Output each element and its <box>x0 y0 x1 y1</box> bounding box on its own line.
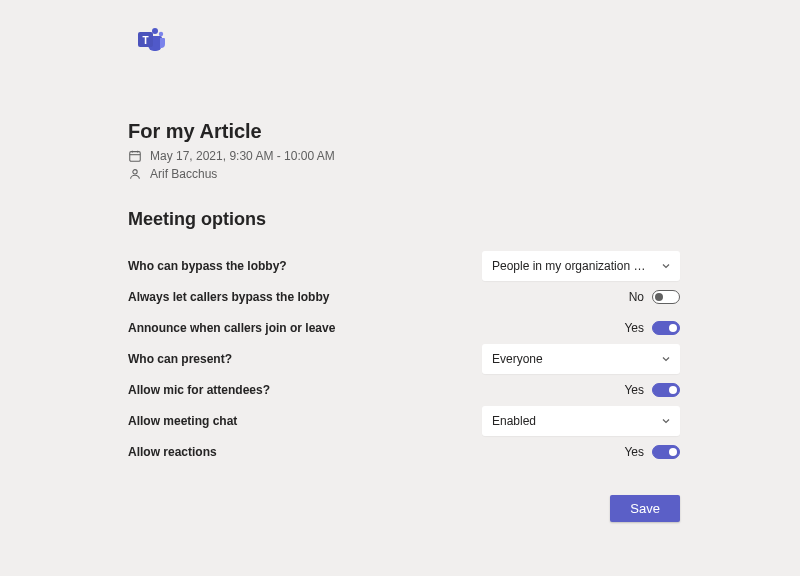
calendar-icon <box>128 149 142 163</box>
toggle-value: Yes <box>624 321 644 335</box>
toggle-value: No <box>629 290 644 304</box>
option-callers-bypass: Always let callers bypass the lobby No <box>128 281 680 312</box>
meeting-organizer-row: Arif Bacchus <box>128 167 680 181</box>
toggle-value: Yes <box>624 445 644 459</box>
option-who-can-present: Who can present? Everyone <box>128 343 680 374</box>
option-label: Announce when callers join or leave <box>128 321 335 335</box>
svg-point-0 <box>152 28 158 34</box>
toggle-value: Yes <box>624 383 644 397</box>
option-reactions: Allow reactions Yes <box>128 436 680 467</box>
teams-logo-icon: T <box>134 24 166 56</box>
option-mic: Allow mic for attendees? Yes <box>128 374 680 405</box>
section-title: Meeting options <box>128 209 680 230</box>
meeting-organizer: Arif Bacchus <box>150 167 217 181</box>
save-button[interactable]: Save <box>610 495 680 522</box>
reactions-toggle[interactable] <box>652 445 680 459</box>
svg-point-8 <box>133 170 137 174</box>
svg-text:T: T <box>142 35 148 46</box>
svg-rect-4 <box>130 152 141 162</box>
announce-toggle[interactable] <box>652 321 680 335</box>
button-row: Save <box>128 495 680 522</box>
chevron-down-icon <box>660 260 672 272</box>
option-label: Always let callers bypass the lobby <box>128 290 329 304</box>
option-label: Who can bypass the lobby? <box>128 259 287 273</box>
bypass-lobby-select[interactable]: People in my organization and gu... <box>482 251 680 281</box>
person-icon <box>128 167 142 181</box>
meeting-datetime: May 17, 2021, 9:30 AM - 10:00 AM <box>150 149 335 163</box>
options-list: Who can bypass the lobby? People in my o… <box>128 250 680 467</box>
meeting-datetime-row: May 17, 2021, 9:30 AM - 10:00 AM <box>128 149 680 163</box>
option-label: Allow reactions <box>128 445 217 459</box>
option-bypass-lobby: Who can bypass the lobby? People in my o… <box>128 250 680 281</box>
teams-logo: T <box>134 24 680 60</box>
option-label: Allow mic for attendees? <box>128 383 270 397</box>
option-label: Who can present? <box>128 352 232 366</box>
meeting-title: For my Article <box>128 120 680 143</box>
option-announce: Announce when callers join or leave Yes <box>128 312 680 343</box>
callers-bypass-toggle[interactable] <box>652 290 680 304</box>
chat-select[interactable]: Enabled <box>482 406 680 436</box>
option-chat: Allow meeting chat Enabled <box>128 405 680 436</box>
chevron-down-icon <box>660 415 672 427</box>
chevron-down-icon <box>660 353 672 365</box>
option-label: Allow meeting chat <box>128 414 237 428</box>
who-can-present-select[interactable]: Everyone <box>482 344 680 374</box>
svg-point-1 <box>159 32 163 36</box>
mic-toggle[interactable] <box>652 383 680 397</box>
